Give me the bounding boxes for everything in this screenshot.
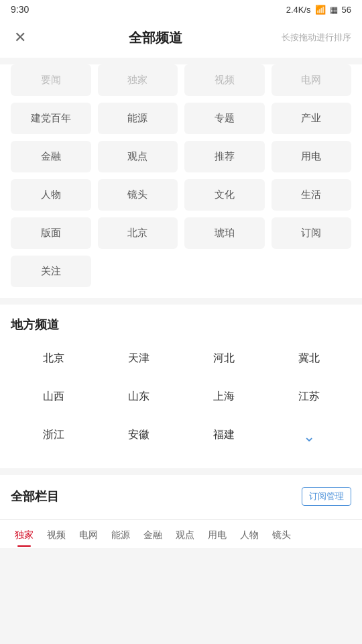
local-channel-item[interactable]: 北京: [11, 339, 96, 378]
status-bar: 9:30 2.4K/s 📶 ▦ 56: [0, 0, 362, 19]
channel-item[interactable]: 观点: [98, 141, 178, 172]
local-channels-title: 地方频道: [11, 317, 59, 333]
channel-item[interactable]: 订阅: [272, 217, 352, 249]
tab-镜头[interactable]: 镜头: [265, 527, 298, 544]
local-channel-item[interactable]: 福建: [181, 416, 266, 458]
tab-能源[interactable]: 能源: [105, 527, 137, 544]
local-channel-item[interactable]: 天津: [96, 339, 181, 378]
close-icon: ✕: [14, 30, 26, 45]
all-columns-section: 全部栏目 订阅管理: [0, 475, 362, 519]
channel-item[interactable]: 推荐: [184, 141, 265, 172]
local-channel-item[interactable]: 山西: [11, 378, 96, 416]
local-channels-grid: 北京 天津 河北 冀北 山西 山东 上海 江苏 浙江 安徽 福建: [8, 339, 354, 458]
channel-item[interactable]: 版面: [11, 217, 91, 249]
local-channel-item[interactable]: 河北: [181, 339, 266, 378]
channel-item[interactable]: 镜头: [98, 179, 178, 211]
local-channel-item[interactable]: 江苏: [266, 378, 351, 416]
tab-用电[interactable]: 用电: [201, 527, 233, 544]
channel-item[interactable]: 生活: [272, 179, 352, 211]
channel-grid: 要闻 独家 视频 电网 建党百年 能源 专题 产业 金融 观点: [8, 64, 354, 287]
channel-item[interactable]: 独家: [98, 64, 178, 96]
channel-item[interactable]: 专题: [184, 103, 265, 134]
local-channels-header: 地方频道: [8, 305, 354, 339]
local-channels-section: 地方频道 北京 天津 河北 冀北 山西 山东 上海 江苏 浙江 安徽: [0, 305, 362, 468]
all-channels-section: 要闻 独家 视频 电网 建党百年 能源 专题 产业 金融 观点: [0, 64, 362, 298]
status-time: 9:30: [11, 4, 29, 15]
channel-item[interactable]: 电网: [272, 64, 352, 96]
channel-item[interactable]: 能源: [98, 103, 178, 134]
tab-独家[interactable]: 独家: [8, 527, 40, 544]
wifi-icon: ▦: [330, 5, 338, 15]
channel-item[interactable]: 关注: [11, 256, 91, 287]
channel-item[interactable]: 要闻: [11, 64, 91, 96]
expand-local-button[interactable]: ⌄: [266, 416, 351, 458]
status-right: 2.4K/s 📶 ▦ 56: [286, 5, 351, 15]
local-channel-item[interactable]: 安徽: [96, 416, 181, 458]
page-title: 全部频道: [129, 29, 182, 47]
tab-金融[interactable]: 金融: [137, 527, 169, 544]
tab-人物[interactable]: 人物: [233, 527, 265, 544]
channel-item[interactable]: 北京: [98, 217, 178, 249]
channel-item[interactable]: 琥珀: [184, 217, 265, 249]
chevron-down-icon: ⌄: [303, 428, 315, 445]
tab-观点[interactable]: 观点: [169, 527, 201, 544]
local-channel-item[interactable]: 浙江: [11, 416, 96, 458]
channel-item[interactable]: 建党百年: [11, 103, 91, 134]
battery-label: 56: [342, 5, 351, 15]
signal-icon: 📶: [315, 5, 326, 15]
all-columns-title: 全部栏目: [11, 488, 59, 504]
network-speed: 2.4K/s: [286, 5, 311, 15]
tab-视频[interactable]: 视频: [40, 527, 72, 544]
local-channel-item[interactable]: 冀北: [266, 339, 351, 378]
all-columns-header: 全部栏目 订阅管理: [11, 475, 351, 513]
bottom-tabs: 独家 视频 电网 能源 金融 观点 用电 人物 镜头: [0, 519, 362, 548]
local-channel-item[interactable]: 山东: [96, 378, 181, 416]
tab-电网[interactable]: 电网: [72, 527, 105, 544]
local-channel-item[interactable]: 上海: [181, 378, 266, 416]
page-header: ✕ 全部频道 长按拖动进行排序: [0, 19, 362, 58]
channel-item[interactable]: 用电: [272, 141, 352, 172]
close-button[interactable]: ✕: [11, 28, 29, 47]
channel-item[interactable]: 视频: [184, 64, 265, 96]
manage-subscription-button[interactable]: 订阅管理: [302, 487, 351, 506]
sort-hint: 长按拖动进行排序: [282, 32, 351, 44]
channel-item[interactable]: 人物: [11, 179, 91, 211]
channel-item[interactable]: 文化: [184, 179, 265, 211]
channel-item[interactable]: 金融: [11, 141, 91, 172]
channel-item[interactable]: 产业: [272, 103, 352, 134]
